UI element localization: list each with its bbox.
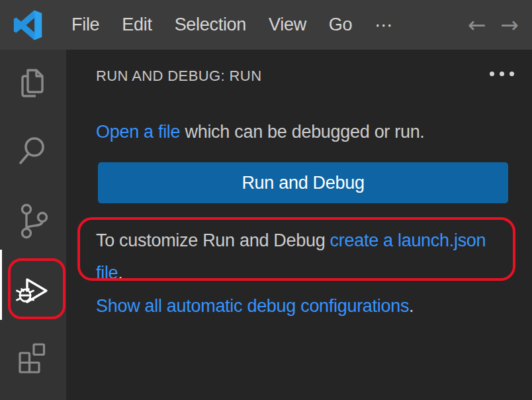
- menu-view[interactable]: View: [257, 0, 318, 50]
- customize-suffix: .: [118, 263, 122, 283]
- menu-bar: File Edit Selection View Go ⋯: [60, 0, 404, 50]
- dot: [510, 72, 514, 76]
- history-navigation: ← →: [465, 0, 521, 50]
- run-and-debug-button[interactable]: Run and Debug: [98, 162, 508, 203]
- link-line2: file: [96, 263, 118, 283]
- show-configs-suffix: .: [409, 296, 414, 316]
- show-debug-configurations-link[interactable]: Show all automatic debug configurations: [96, 296, 409, 316]
- customize-message: To customize Run and Debug create a laun…: [96, 225, 512, 289]
- workbench: RUN AND DEBUG: RUN Open a file which can…: [0, 50, 532, 400]
- open-file-text: which can be debugged or run.: [180, 122, 424, 142]
- activity-bar: [0, 50, 66, 400]
- title-bar: File Edit Selection View Go ⋯ ← →: [0, 0, 532, 50]
- active-view-indicator: [0, 250, 2, 320]
- extensions-icon[interactable]: [16, 341, 49, 374]
- files-icon[interactable]: [16, 67, 49, 100]
- menu-more-icon[interactable]: ⋯: [363, 15, 404, 36]
- menu-edit[interactable]: Edit: [111, 0, 163, 50]
- source-control-icon[interactable]: [19, 203, 49, 240]
- views-and-more-actions-icon[interactable]: [490, 72, 514, 76]
- run-and-debug-panel: RUN AND DEBUG: RUN Open a file which can…: [66, 50, 532, 400]
- menu-selection[interactable]: Selection: [163, 0, 257, 50]
- panel-title: RUN AND DEBUG: RUN: [96, 68, 261, 85]
- debug-icon[interactable]: [16, 273, 50, 307]
- open-file-message: Open a file which can be debugged or run…: [96, 122, 512, 142]
- go-back-icon[interactable]: ←: [465, 0, 489, 50]
- link-line1: create a launch.json: [330, 230, 486, 250]
- dot: [490, 72, 494, 76]
- open-a-file-link[interactable]: Open a file: [96, 122, 180, 142]
- menu-file[interactable]: File: [60, 0, 111, 50]
- show-configurations-message: Show all automatic debug configurations.: [96, 296, 512, 317]
- go-forward-icon[interactable]: →: [498, 0, 521, 50]
- search-icon[interactable]: [16, 134, 49, 167]
- dot: [500, 72, 504, 76]
- vscode-logo-icon: [13, 10, 43, 40]
- menu-go[interactable]: Go: [318, 0, 363, 50]
- customize-text: To customize Run and Debug: [96, 230, 330, 250]
